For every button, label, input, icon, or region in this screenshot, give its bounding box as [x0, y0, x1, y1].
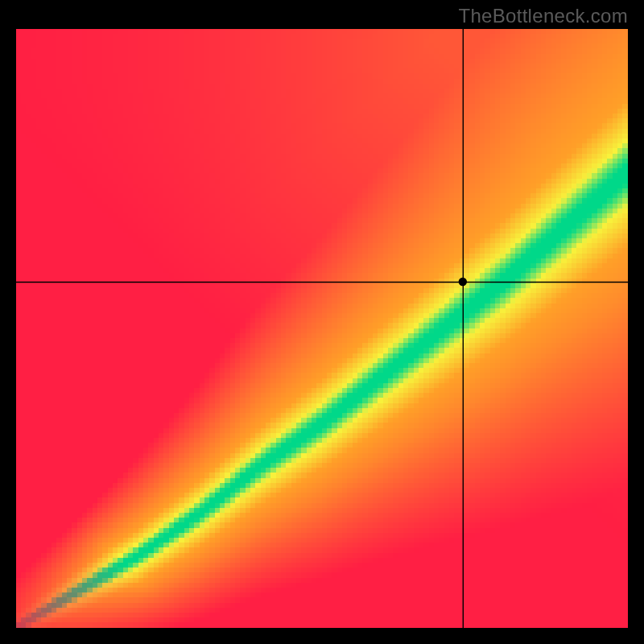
- bottleneck-heatmap: [16, 29, 628, 628]
- plot-area: [16, 29, 628, 628]
- chart-frame: TheBottleneck.com: [0, 0, 644, 644]
- watermark-label: TheBottleneck.com: [458, 5, 628, 27]
